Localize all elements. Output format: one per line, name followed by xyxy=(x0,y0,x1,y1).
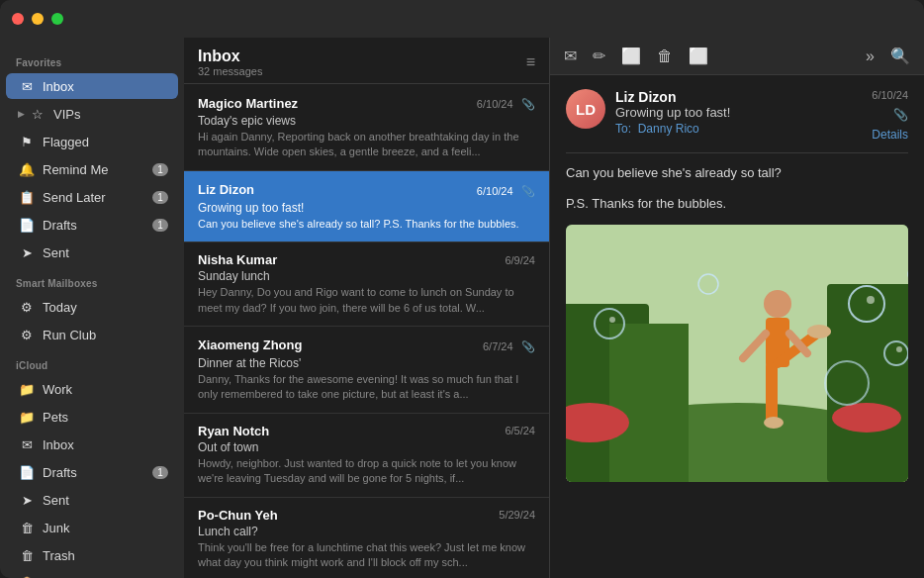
expand-arrow-icon: ▶ xyxy=(18,109,25,119)
sidebar-item-vips[interactable]: ▶ ☆ VIPs xyxy=(6,101,178,127)
sidebar-item-label: Send Later xyxy=(43,190,152,205)
move-icon[interactable]: ⬜ xyxy=(689,47,708,65)
app-window: Favorites ✉ Inbox ▶ ☆ VIPs ⚑ Flagged 🔔 R… xyxy=(0,0,924,578)
sidebar-item-inbox[interactable]: ✉ Inbox xyxy=(6,73,178,99)
detail-panel: ✉ ✏ ⬜ 🗑 ⬜ » 🔍 LD Liz Dizon Growing up to… xyxy=(550,38,924,578)
detail-content: LD Liz Dizon Growing up too fast! To: Da… xyxy=(550,75,924,578)
email-preview: Howdy, neighbor. Just wanted to drop a q… xyxy=(198,456,535,487)
inbox-icon: ✉ xyxy=(18,435,36,453)
sidebar-item-label: Today xyxy=(43,300,168,315)
sidebar-item-send-later[interactable]: 📋 Send Later 1 xyxy=(6,184,178,210)
email-preview: Danny, Thanks for the awesome evening! I… xyxy=(198,372,535,403)
email-item[interactable]: Po-Chun Yeh 5/29/24 Lunch call? Think yo… xyxy=(184,498,549,578)
email-sender: Magico Martinez xyxy=(198,96,298,111)
sent-icon: ➤ xyxy=(18,491,36,509)
attachment-icon: 📎 xyxy=(521,98,535,110)
svg-rect-9 xyxy=(766,363,778,423)
detail-divider xyxy=(566,152,908,153)
details-link[interactable]: Details xyxy=(872,128,908,142)
close-button[interactable] xyxy=(12,13,24,25)
email-sender: Xiaomeng Zhong xyxy=(198,337,302,352)
drafts-icon: 📄 xyxy=(18,463,36,481)
archive-icon: 📦 xyxy=(18,574,36,578)
smart-mailboxes-label: Smart Mailboxes xyxy=(0,266,184,293)
search-icon[interactable]: 🔍 xyxy=(890,47,910,65)
compose-icon[interactable]: ✏ xyxy=(593,47,605,65)
sidebar-item-icloud-drafts[interactable]: 📄 Drafts 1 xyxy=(6,459,178,485)
email-item[interactable]: Nisha Kumar 6/9/24 Sunday lunch Hey Dann… xyxy=(184,242,549,327)
sidebar: Favorites ✉ Inbox ▶ ☆ VIPs ⚑ Flagged 🔔 R… xyxy=(0,38,184,578)
svg-rect-4 xyxy=(609,324,689,482)
folder-icon: 📁 xyxy=(18,408,36,426)
detail-body-line2: P.S. Thanks for the bubbles. xyxy=(566,194,908,215)
more-icon[interactable]: » xyxy=(866,48,875,65)
email-item[interactable]: Magico Martinez 6/10/24 📎 Today's epic v… xyxy=(184,84,549,171)
sidebar-item-label: Inbox xyxy=(43,437,168,452)
sidebar-item-work[interactable]: 📁 Work xyxy=(6,376,178,402)
reply-icon[interactable]: ✉ xyxy=(564,47,577,65)
svg-point-6 xyxy=(832,403,901,433)
svg-point-21 xyxy=(867,296,875,304)
sidebar-item-junk[interactable]: 🗑 Junk xyxy=(6,515,178,540)
sidebar-item-trash[interactable]: 🗑 Trash xyxy=(6,542,178,568)
detail-header: LD Liz Dizon Growing up too fast! To: Da… xyxy=(566,89,908,143)
sidebar-item-label: Flagged xyxy=(43,135,168,149)
attachment-icon: 📎 xyxy=(521,340,535,352)
email-subject: Sunday lunch xyxy=(198,269,535,283)
titlebar xyxy=(0,0,924,38)
sidebar-item-label: Drafts xyxy=(43,218,152,233)
star-icon: ☆ xyxy=(29,105,46,123)
sidebar-item-label: Work xyxy=(43,382,168,397)
attachment-icon: 📎 xyxy=(521,185,535,197)
sidebar-item-label: Trash xyxy=(43,548,168,563)
sidebar-item-drafts[interactable]: 📄 Drafts 1 xyxy=(6,212,178,238)
filter-icon[interactable]: ≡ xyxy=(526,53,535,71)
sidebar-item-label: VIPs xyxy=(53,107,168,122)
sidebar-item-remind-me[interactable]: 🔔 Remind Me 1 xyxy=(6,156,178,182)
email-item[interactable]: Ryan Notch 6/5/24 Out of town Howdy, nei… xyxy=(184,414,549,498)
minimize-button[interactable] xyxy=(32,13,44,25)
sidebar-item-icloud-inbox[interactable]: ✉ Inbox xyxy=(6,432,178,457)
drafts-icon: 📄 xyxy=(18,216,36,234)
trash-toolbar-icon[interactable]: 🗑 xyxy=(657,48,673,65)
email-subject: Today's epic views xyxy=(198,114,535,128)
sidebar-item-icloud-sent[interactable]: ➤ Sent xyxy=(6,487,178,513)
sidebar-item-run-club[interactable]: ⚙ Run Club xyxy=(6,322,178,347)
sidebar-item-label: Drafts xyxy=(43,465,152,480)
archive-toolbar-icon[interactable]: ⬜ xyxy=(621,47,641,65)
email-date: 5/29/24 xyxy=(499,509,535,521)
svg-point-23 xyxy=(609,317,615,323)
email-subject: Growing up too fast! xyxy=(198,201,535,215)
email-list: Magico Martinez 6/10/24 📎 Today's epic v… xyxy=(184,84,549,578)
sender-avatar: LD xyxy=(566,89,605,129)
sidebar-item-label: Pets xyxy=(43,410,168,425)
sidebar-item-flagged[interactable]: ⚑ Flagged xyxy=(6,129,178,154)
sidebar-item-label: Inbox xyxy=(43,79,168,94)
email-item[interactable]: Xiaomeng Zhong 6/7/24 📎 Dinner at the Ri… xyxy=(184,327,549,414)
email-sender: Liz Dizon xyxy=(198,182,254,197)
sidebar-item-today[interactable]: ⚙ Today xyxy=(6,294,178,320)
email-date: 6/7/24 xyxy=(483,340,513,352)
bell-icon: 🔔 xyxy=(18,160,36,178)
junk-icon: 🗑 xyxy=(18,519,36,536)
sidebar-item-archive[interactable]: 📦 Archive xyxy=(6,570,178,578)
flag-icon: ⚑ xyxy=(18,133,36,150)
maximize-button[interactable] xyxy=(51,13,63,25)
sidebar-item-label: Sent xyxy=(43,493,168,508)
email-date: 6/10/24 xyxy=(477,185,513,197)
email-preview: Hey Danny, Do you and Rigo want to come … xyxy=(198,285,535,316)
sidebar-item-pets[interactable]: 📁 Pets xyxy=(6,404,178,430)
sidebar-item-sent[interactable]: ➤ Sent xyxy=(6,240,178,265)
email-subject: Lunch call? xyxy=(198,525,535,538)
drafts-badge: 1 xyxy=(152,219,168,232)
sidebar-item-label: Sent xyxy=(43,245,168,260)
email-sender: Po-Chun Yeh xyxy=(198,508,278,523)
send-later-icon: 📋 xyxy=(18,188,36,206)
email-item[interactable]: Liz Dizon 6/10/24 📎 Growing up too fast!… xyxy=(184,171,549,242)
folder-icon: 📁 xyxy=(18,380,36,398)
detail-sender-name: Liz Dizon xyxy=(615,89,862,105)
email-subject: Dinner at the Ricos' xyxy=(198,356,535,370)
email-list-panel: Inbox 32 messages ≡ Magico Martinez 6/10… xyxy=(184,38,550,578)
email-sender: Nisha Kumar xyxy=(198,252,277,267)
remind-me-badge: 1 xyxy=(152,163,168,176)
